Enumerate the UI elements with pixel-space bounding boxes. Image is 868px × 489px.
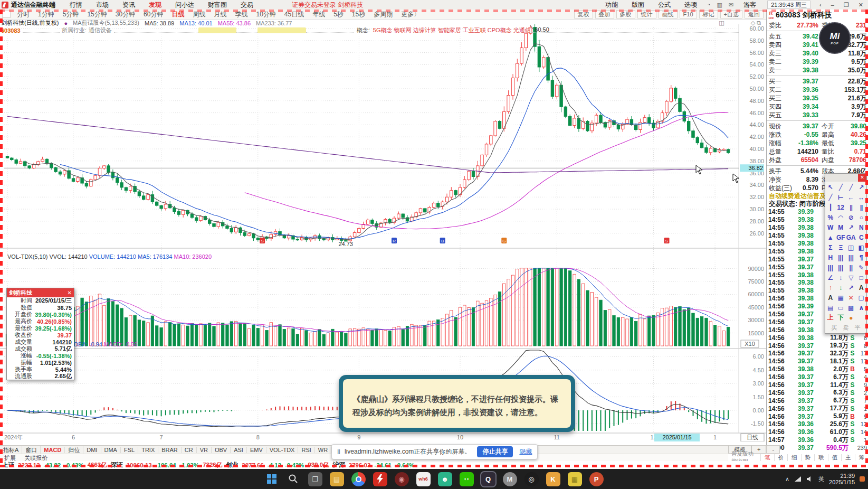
indicator-tab[interactable]: CR	[182, 447, 197, 453]
mini-tab[interactable]: 笔	[760, 454, 774, 462]
indicator-tab[interactable]: WR	[315, 447, 331, 453]
draw-tool-icon[interactable]: ●	[846, 313, 856, 323]
concept-values[interactable]: 5G概念 物联网 边缘计算 智能家居 工业互联 CPO概念 光通信	[373, 26, 531, 34]
minimize-button[interactable]: –	[826, 2, 839, 8]
menu-item[interactable]: 公式	[651, 1, 678, 10]
task-view-icon[interactable]: ❐	[308, 472, 322, 486]
menu-item[interactable]: 财富圈	[201, 1, 234, 10]
draw-tool-icon[interactable]: ↓	[836, 272, 846, 283]
draw-tool-icon[interactable]: ||	[846, 262, 856, 272]
draw-tool-icon[interactable]: ⊘	[846, 212, 856, 222]
indicator-tab[interactable]: 指标A	[0, 446, 22, 454]
indicator-tab[interactable]: 窗口	[22, 446, 41, 454]
wechat-icon[interactable]: ◖◗	[460, 472, 474, 486]
notification-badge[interactable]	[860, 476, 865, 482]
hide-share-button[interactable]: 隐藏	[519, 447, 532, 456]
draw-tool-icon[interactable]: ▽	[846, 272, 856, 283]
menu-item[interactable]: 功能	[598, 1, 625, 10]
k-app-icon[interactable]: K	[546, 472, 560, 486]
titlebar-icon[interactable]: ◔	[704, 2, 714, 8]
industry-value[interactable]: 通信设备	[89, 26, 112, 34]
draw-tool-icon[interactable]: 12	[836, 202, 846, 212]
mini-tab[interactable]: 值	[828, 454, 842, 462]
taskbar-clock[interactable]: 21:392025/1/15	[829, 473, 855, 485]
indicator-tab[interactable]: 归位	[65, 446, 83, 454]
draw-tool-icon[interactable]: ┃	[825, 202, 836, 212]
tdx-app-icon[interactable]	[373, 472, 387, 486]
ime-indicator[interactable]: 英	[818, 475, 824, 483]
draw-tool-icon[interactable]: W	[825, 222, 836, 232]
indicator-tab[interactable]: VOL-TDX	[266, 447, 299, 453]
bid-row[interactable]: 买四39.343.9万	[767, 102, 868, 111]
draw-tool-icon[interactable]: |||	[836, 252, 846, 262]
indicator-tab[interactable]: EMV	[247, 447, 266, 453]
draw-tool-icon[interactable]: Ξ	[836, 242, 846, 252]
draw-tool-icon[interactable]: ←	[846, 192, 856, 202]
menu-item[interactable]: 市场	[89, 1, 116, 10]
template-button[interactable]: -	[766, 445, 780, 454]
tray-chevron-icon[interactable]: ∧	[785, 476, 789, 483]
pause-icon[interactable]: ‖	[337, 448, 340, 456]
mini-tab[interactable]: 主	[841, 454, 855, 462]
indicator-tab[interactable]: TRIX	[138, 447, 158, 453]
chrome-icon[interactable]	[351, 472, 366, 486]
draw-tool-icon[interactable]: ✕	[846, 293, 856, 303]
draw-tool-icon[interactable]: ▦	[836, 293, 846, 303]
draw-tool-icon[interactable]: M	[836, 222, 846, 232]
draw-tool-icon[interactable]: ↗	[846, 222, 856, 232]
draw-tool-icon[interactable]: GF	[836, 232, 846, 242]
draw-tool-icon[interactable]: ▤	[825, 303, 836, 313]
ask-row[interactable]: 卖三39.4011.8万	[767, 49, 868, 58]
draw-tool-icon[interactable]: 下	[836, 313, 846, 323]
start-button[interactable]	[265, 472, 279, 486]
wh6-app-icon[interactable]: wh6	[416, 472, 431, 486]
notes-app-icon[interactable]: ▦	[568, 472, 582, 486]
titlebar-icon[interactable]: ▥	[714, 2, 726, 8]
camera-app-icon[interactable]: ◎	[524, 472, 539, 486]
draw-tool-icon[interactable]: |||	[825, 262, 836, 272]
draw-tool-icon[interactable]: ∥	[846, 202, 856, 212]
draw-tool-icon[interactable]: ↗	[846, 283, 856, 293]
powerpoint-icon[interactable]: P	[589, 472, 604, 486]
menu-item[interactable]: 行情	[63, 1, 89, 10]
guest-label[interactable]: 游客	[737, 1, 763, 10]
ask-row[interactable]: 卖二39.399.5万	[767, 58, 868, 66]
indicator-tab[interactable]: DMI	[83, 447, 101, 453]
menu-item[interactable]: 选项	[678, 1, 704, 10]
app-icon-red[interactable]: ◉	[395, 472, 409, 486]
draw-tool-icon[interactable]: ╱	[846, 182, 856, 192]
draw-tool-icon[interactable]: GA	[846, 232, 856, 242]
chat-app-icon[interactable]: ☻	[438, 472, 452, 486]
menu-item[interactable]: 资讯	[116, 1, 142, 10]
menu-item[interactable]: 版面	[625, 1, 651, 10]
draw-tool-icon[interactable]: ▲	[825, 232, 836, 242]
search-icon[interactable]	[287, 472, 301, 486]
draw-tool-icon[interactable]: A	[825, 293, 836, 303]
indicator-tab[interactable]: BRAR	[158, 447, 182, 453]
ask-row[interactable]: 卖五39.4229.6万	[767, 32, 868, 41]
ask-row[interactable]: 卖四39.4132.7万	[767, 41, 868, 49]
close-button[interactable]: ✕	[854, 2, 868, 8]
indicator-tab[interactable]: RSI	[298, 447, 314, 453]
volume-icon[interactable]	[806, 476, 814, 482]
mini-tab[interactable]: 价	[774, 454, 788, 462]
draw-tool-icon[interactable]: 上	[825, 313, 836, 323]
draw-tool-icon[interactable]: ∠	[825, 272, 836, 283]
draw-tool-icon[interactable]: ▩	[846, 303, 856, 313]
network-icon[interactable]	[794, 476, 802, 482]
indicator-tab[interactable]: DMA	[101, 447, 121, 453]
menu-item[interactable]: 问小达	[168, 1, 201, 10]
draw-tool-icon[interactable]: |||	[836, 262, 846, 272]
stop-share-button[interactable]: 停止共享	[477, 446, 513, 457]
draw-tool-icon[interactable]: ╱	[836, 182, 846, 192]
trade-tab[interactable]: 买	[832, 324, 837, 332]
indicator-tab[interactable]: ASI	[231, 447, 247, 453]
maximize-button[interactable]: ❐	[839, 2, 854, 8]
m-app-icon[interactable]: M	[503, 472, 517, 486]
draw-tool-icon[interactable]: %	[825, 212, 836, 222]
draw-tool-icon[interactable]: Σ	[825, 242, 836, 252]
menu-item[interactable]: 交易	[234, 1, 260, 10]
trade-tab[interactable]: 平	[855, 324, 861, 332]
bid-row[interactable]: 买五39.337.9万	[767, 111, 868, 119]
draw-tool-icon[interactable]: ↑	[825, 283, 836, 293]
